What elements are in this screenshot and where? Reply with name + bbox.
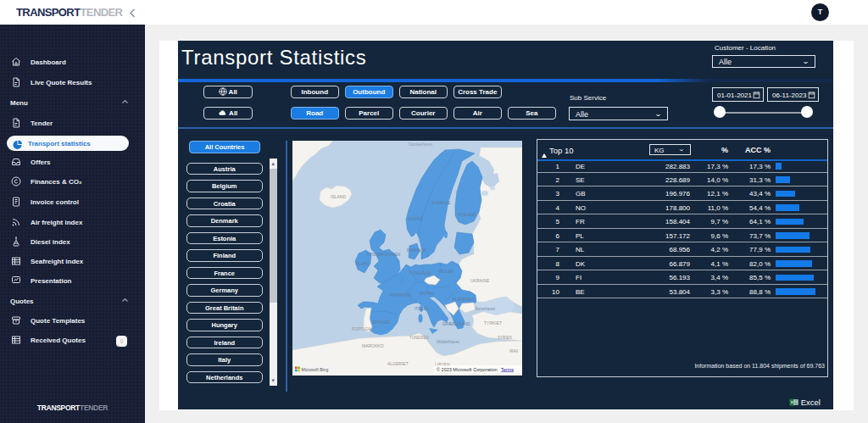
svg-text:UKRAINE: UKRAINE <box>470 278 490 283</box>
svg-text:SPANIEN: SPANIEN <box>372 320 391 325</box>
svg-text:SYRIEN: SYRIEN <box>498 336 512 340</box>
svg-text:ISLAND: ISLAND <box>331 194 346 199</box>
svg-text:Microsoft Bing: Microsoft Bing <box>302 367 329 372</box>
svg-text:GRÆKENLAND: GRÆKENLAND <box>442 322 470 326</box>
svg-text:© 2023 Microsoft Corporation: © 2023 Microsoft Corporation <box>437 367 498 372</box>
svg-text:POLEN: POLEN <box>439 269 453 274</box>
svg-text:Terms: Terms <box>501 367 514 372</box>
svg-text:IRLAND: IRLAND <box>355 262 370 266</box>
svg-text:TUNESIEN: TUNESIEN <box>409 336 429 340</box>
svg-text:Middelhavet: Middelhavet <box>437 339 460 344</box>
svg-text:ØSTRIG: ØSTRIG <box>420 292 435 296</box>
svg-text:FINLAND: FINLAND <box>458 212 476 217</box>
svg-text:IRAK: IRAK <box>509 349 519 353</box>
svg-text:ALGERIET: ALGERIET <box>387 361 409 366</box>
svg-text:RUMÆNIEN: RUMÆNIEN <box>453 298 475 302</box>
svg-text:STORBRITANNIEN: STORBRITANNIEN <box>367 253 400 257</box>
svg-text:Norskehavet: Norskehavet <box>409 142 433 147</box>
svg-text:TYSKLAND: TYSKLAND <box>409 270 431 276</box>
svg-text:DANMARK: DANMARK <box>407 248 426 253</box>
svg-text:TYRKIET: TYRKIET <box>484 320 502 326</box>
svg-text:PORTUGAL: PORTUGAL <box>352 327 373 331</box>
svg-text:NORGE: NORGE <box>408 216 424 221</box>
svg-text:FRANKRIG: FRANKRIG <box>390 292 412 298</box>
svg-text:MAROKKO: MAROKKO <box>362 343 384 348</box>
svg-text:SVERIGE: SVERIGE <box>431 200 451 205</box>
svg-text:ITALIEN: ITALIEN <box>415 307 429 311</box>
svg-text:Sortehavet: Sortehavet <box>475 306 496 311</box>
